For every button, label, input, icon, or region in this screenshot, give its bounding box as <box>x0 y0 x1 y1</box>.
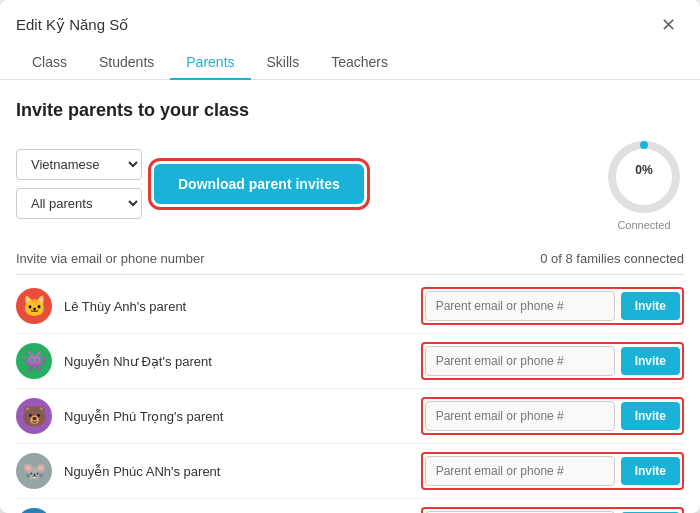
invite-header: Invite via email or phone number 0 of 8 … <box>16 251 684 266</box>
language-dropdown[interactable]: Vietnamese English <box>16 149 142 180</box>
content-inner: Invite parents to your class Vietnamese … <box>0 80 700 513</box>
parent-list: 🐱 Lê Thùy Anh's parent Invite 👾 Nguyễn N… <box>16 279 684 513</box>
close-button[interactable]: ✕ <box>653 12 684 38</box>
table-row: 🐻 Nguyễn Phú Trọng's parent Invite <box>16 389 684 444</box>
table-row: 🐱 Lê Thùy Anh's parent Invite <box>16 279 684 334</box>
dropdowns: Vietnamese English All parents Connected… <box>16 149 142 219</box>
connection-chart: 0% Connected <box>604 137 684 231</box>
invite-input-group: Invite <box>421 342 684 380</box>
connected-label: Connected <box>617 219 670 231</box>
divider <box>16 274 684 275</box>
avatar: 👾 <box>16 343 52 379</box>
table-row: 👾 Nguyễn Như Đạt's parent Invite <box>16 334 684 389</box>
email-input[interactable] <box>425 346 615 376</box>
email-input[interactable] <box>425 456 615 486</box>
content-area: Invite parents to your class Vietnamese … <box>0 80 700 513</box>
invite-button[interactable]: Invite <box>621 347 680 375</box>
invite-button[interactable]: Invite <box>621 292 680 320</box>
table-row: 🤖 Nguyễn Tú Linh's parent Invite <box>16 499 684 513</box>
email-input[interactable] <box>425 401 615 431</box>
tab-class[interactable]: Class <box>16 46 83 80</box>
download-invites-button[interactable]: Download parent invites <box>154 164 364 204</box>
tab-skills[interactable]: Skills <box>251 46 316 80</box>
tab-parents[interactable]: Parents <box>170 46 250 80</box>
tab-teachers[interactable]: Teachers <box>315 46 404 80</box>
parent-name: Nguyễn Phú Trọng's parent <box>64 409 421 424</box>
section-title: Invite parents to your class <box>16 100 684 121</box>
invite-input-group: Invite <box>421 452 684 490</box>
filter-dropdown[interactable]: All parents Connected Not connected <box>16 188 142 219</box>
svg-text:0%: 0% <box>635 163 653 177</box>
modal: Edit Kỹ Năng Số ✕ Class Students Parents… <box>0 0 700 513</box>
invite-input-group: Invite <box>421 397 684 435</box>
invite-label: Invite via email or phone number <box>16 251 205 266</box>
avatar: 🤖 <box>16 508 52 513</box>
donut-chart: 0% <box>604 137 684 217</box>
modal-title: Edit Kỹ Năng Số <box>16 16 128 34</box>
families-connected: 0 of 8 families connected <box>540 251 684 266</box>
modal-header: Edit Kỹ Năng Số ✕ <box>0 0 700 38</box>
tab-bar: Class Students Parents Skills Teachers <box>0 46 700 80</box>
invite-input-group: Invite <box>421 507 684 513</box>
invite-button[interactable]: Invite <box>621 402 680 430</box>
parent-name: Nguyễn Phúc ANh's parent <box>64 464 421 479</box>
svg-point-0 <box>612 145 676 209</box>
invite-button[interactable]: Invite <box>621 457 680 485</box>
avatar: 🐻 <box>16 398 52 434</box>
email-input[interactable] <box>425 291 615 321</box>
invite-input-group: Invite <box>421 287 684 325</box>
avatar: 🐱 <box>16 288 52 324</box>
parent-name: Nguyễn Như Đạt's parent <box>64 354 421 369</box>
avatar: 🐭 <box>16 453 52 489</box>
parent-name: Lê Thùy Anh's parent <box>64 299 421 314</box>
top-controls: Vietnamese English All parents Connected… <box>16 137 684 231</box>
table-row: 🐭 Nguyễn Phúc ANh's parent Invite <box>16 444 684 499</box>
tab-students[interactable]: Students <box>83 46 170 80</box>
